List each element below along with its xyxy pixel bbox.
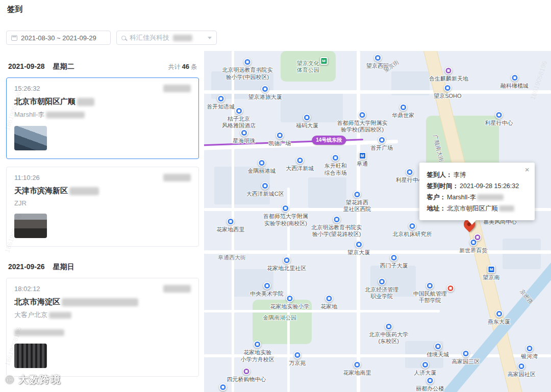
checkin-address: 北京市朝阳区广顺 [14, 97, 191, 107]
checkin-address: 天津市滨海新区 [14, 186, 191, 196]
close-icon[interactable]: × [525, 166, 530, 173]
redacted-text [173, 35, 192, 41]
group-weekday: 星期二 [53, 62, 74, 71]
checkin-card[interactable]: 15:26:32 北京市朝阳区广顺 Marshll-李 [6, 77, 199, 159]
map-poi: 福码大厦 [296, 114, 318, 129]
checkin-infowindow: × 签到人：李博 签到时间：2021-09-28 15:26:32 客户：Mar… [419, 163, 535, 220]
map-poi: 花家地 [320, 295, 337, 310]
map-poi: 北京中医药大学 (东校区) [369, 323, 408, 345]
redacted-text [69, 187, 99, 195]
infowindow-arrow [468, 220, 476, 225]
map-poi: 人济大厦 [414, 361, 436, 376]
brand-logo-icon: 100 [4, 374, 15, 385]
brand-name: 大数跨境 [18, 373, 61, 386]
map-poi [446, 284, 454, 292]
metro-line-badge: 14号线东段 [312, 136, 346, 145]
map-poi: 凯德广场 [268, 132, 291, 147]
map-poi: 花家地南里 [343, 361, 371, 376]
checkin-photo[interactable] [14, 126, 47, 150]
map-poi: 大西洋新城C区 [246, 182, 284, 197]
redacted-text [49, 312, 71, 319]
checkin-card[interactable]: 11:10:26 天津市滨海新区 ZJR [6, 167, 199, 247]
infowindow-customer-row: 客户：Marshll-李 [427, 192, 527, 203]
redacted-text [77, 98, 94, 106]
map-area-label: 金隅南湖公园 [263, 314, 296, 322]
map-poi: 融科橄榄城 [500, 74, 529, 89]
customer-filter-select[interactable]: 科汇佳兴科技 [116, 31, 217, 45]
redacted-text [477, 194, 504, 200]
checkin-card[interactable]: 18:02:12 北京市海淀区 大客户北京 [6, 278, 199, 377]
date-group-header: 2021-09-28 星期二 共计46条 [6, 54, 199, 77]
map-poi: 中国民航管理 干部学院 [413, 282, 447, 304]
infowindow-time-row: 签到时间：2021-09-28 15:26:32 [427, 180, 527, 192]
page-title: 签到 [7, 5, 22, 14]
group-weekday: 星期日 [53, 263, 74, 272]
road-label: 阜通西大街 [218, 253, 246, 261]
checkin-time: 11:10:26 [14, 174, 40, 181]
infowindow-signin-row: 签到人：李博 [427, 169, 527, 180]
metro-station-marker: 阜通 [357, 152, 368, 167]
map-poi: 华鼎世家 [392, 103, 414, 119]
redacted-text [163, 285, 191, 293]
calendar-icon [11, 35, 17, 41]
map-poi: 合生麒麟新天地 [429, 67, 468, 82]
total-count: 共计46条 [168, 63, 197, 71]
group-date: 2021-09-26 [8, 263, 45, 271]
map-poi: 佳境天城 [427, 343, 449, 358]
date-group-header: 2021-09-26 星期日 [6, 254, 199, 278]
map-poi: 金隅丽港城 [247, 159, 276, 174]
chevron-down-icon [208, 37, 212, 39]
infowindow-address-row: 地址：北京市朝阳区广顺 [427, 203, 527, 214]
checkin-time: 18:02:12 [14, 285, 40, 293]
date-range-value: 2021-08-30 ~ 2021-09-29 [21, 34, 96, 42]
map-poi: 万京苑 [289, 351, 306, 367]
checkin-list: 2021-09-28 星期二 共计46条 15:26:32 北京市朝阳区广顺 M… [6, 54, 199, 392]
redacted-text [163, 174, 191, 181]
checkin-customer: ZJR [14, 199, 191, 207]
map-canvas[interactable]: × 签到人：李博 签到时间：2021-09-28 15:26:32 客户：Mar… [204, 51, 551, 392]
map-poi: 望京港旅大厦 [248, 85, 282, 100]
map-poi: 首开广场 [370, 136, 393, 151]
map-poi: 花家地实验 小学方舟校区 [241, 341, 274, 362]
metro-station-marker: 望京南 [483, 266, 500, 281]
map-poi: 四元桥购物中心 [227, 368, 266, 383]
redacted-text [62, 298, 138, 306]
map-poi: 银河湾 [521, 345, 538, 360]
map-poi: 北京明远教育书院实 验小学(望花路校区) [311, 216, 362, 238]
redacted-text [46, 112, 85, 118]
redacted-text [499, 205, 514, 212]
map-poi: 北京明远教育书院实 验小学(中园校区) [222, 58, 273, 80]
redacted-text [163, 85, 191, 92]
map-poi: 北京机床研究所 [393, 222, 432, 238]
checkin-photo[interactable] [14, 344, 47, 368]
map-poi: 望花路西 里社区西院 [343, 191, 371, 213]
map-poi: 星海明珠 [233, 129, 255, 144]
date-range-picker[interactable]: 2021-08-30 ~ 2021-09-29 [6, 31, 111, 45]
metro-station-marker [320, 57, 328, 65]
map-poi: 大西洋新城 [286, 156, 314, 172]
map-poi: 西门子大厦 [380, 254, 408, 269]
brand-watermark: 100 大数跨境 [4, 373, 61, 386]
map-poi: 北京经济管理 职业学院 [365, 278, 398, 300]
map-poi [219, 383, 227, 391]
map-poi: 望京SOHO [434, 84, 461, 99]
checkin-page: 签到 2021-08-30 ~ 2021-09-29 科汇佳兴科技 2021-0… [0, 0, 551, 392]
map-poi: 望京大厦 [347, 241, 370, 256]
map-poi: 高家园三区 [452, 350, 480, 365]
group-date: 2021-09-28 [8, 62, 45, 70]
map-poi: 高家园社区 [508, 362, 536, 378]
map-poi: 花家地实验小学 [270, 295, 309, 310]
map-poi: 花家地西里 [216, 218, 244, 233]
map-poi [473, 233, 481, 241]
map-poi: 桔子北京 风格雅国酒店 [222, 107, 256, 129]
map-poi: 丽都办公楼 [416, 377, 444, 392]
checkin-address: 北京市海淀区 [14, 297, 191, 307]
search-icon [121, 36, 126, 40]
checkin-customer: Marshll-李 [14, 110, 191, 119]
map-poi: 首都师范大学附属实 验学校(西园校区) [337, 111, 388, 133]
checkin-customer: 大客户北京 [14, 310, 191, 320]
map-poi: 首都师范大学附属 实验学校(南校区) [263, 204, 308, 226]
map-poi: 燕东大厦 [488, 310, 510, 325]
customer-filter-value: 科汇佳兴科技 [130, 33, 169, 42]
map-poi: 东升旺和 综合市场 [324, 154, 347, 176]
